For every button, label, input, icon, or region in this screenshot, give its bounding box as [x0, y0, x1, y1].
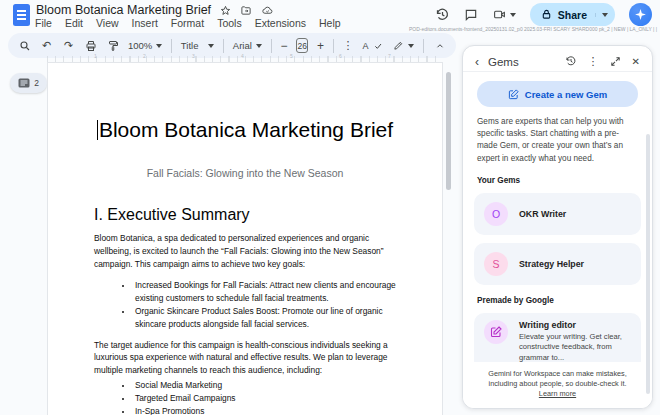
cloud-status-icon[interactable]	[261, 5, 274, 16]
close-panel-icon[interactable]: ✕	[632, 56, 640, 67]
share-dropdown[interactable]	[595, 13, 609, 17]
undo-icon[interactable]: ↶	[40, 39, 53, 52]
spellcheck-check-icon	[371, 42, 384, 50]
tab-count: 2	[34, 78, 39, 88]
font-family-select[interactable]: Arial	[233, 40, 262, 51]
list-item: In-Spa Promotions	[133, 405, 396, 415]
menu-item-edit[interactable]: Edit	[65, 17, 83, 29]
pen-icon	[393, 40, 404, 51]
decrease-font-size-button[interactable]: −	[280, 40, 287, 52]
share-button[interactable]: Share	[530, 3, 615, 26]
zoom-value: 100%	[128, 40, 152, 51]
menubar: File Edit View Insert Format Tools Exten…	[35, 17, 341, 29]
gem-name: Writing editor	[519, 320, 631, 330]
gems-more-options-icon[interactable]: ⋮	[588, 55, 599, 68]
menu-item-view[interactable]: View	[96, 17, 119, 29]
redo-icon[interactable]: ↷	[62, 39, 75, 52]
ruler-mark: 4	[241, 53, 244, 59]
increase-font-size-button[interactable]: +	[317, 40, 324, 52]
chevron-down-icon	[208, 44, 214, 48]
gems-description: Gems are experts that can help you with …	[477, 116, 638, 165]
tabs-outline-button[interactable]: 2	[10, 73, 47, 93]
google-docs-app: Bloom Botanica Marketing Brief File Edit…	[0, 0, 660, 415]
expand-panel-icon[interactable]	[610, 53, 621, 71]
gems-header: ‹ Gems ⋮ ✕	[463, 46, 652, 72]
comment-icon[interactable]	[464, 8, 478, 22]
print-icon[interactable]	[84, 40, 97, 52]
docs-logo-icon[interactable]	[13, 4, 30, 26]
star-icon[interactable]	[220, 5, 231, 16]
hide-menus-icon[interactable]	[433, 41, 446, 51]
document-title-field[interactable]: Bloom Botanica Marketing Brief	[36, 3, 211, 17]
channels-list: Social Media Marketing Targeted Email Ca…	[94, 379, 396, 415]
menu-item-tools[interactable]: Tools	[217, 17, 242, 29]
lock-icon	[541, 9, 552, 20]
video-call-dropdown-icon[interactable]	[510, 13, 516, 17]
gem-history-icon[interactable]	[565, 53, 577, 71]
gem-item-okr-writer[interactable]: O OKR Writer	[474, 193, 641, 235]
premade-by-google-label: Premade by Google	[477, 296, 638, 305]
search-icon[interactable]	[18, 40, 31, 52]
strategy-helper-avatar: S	[484, 252, 508, 276]
style-value: Title	[181, 40, 199, 51]
gem-name: OKR Writer	[519, 209, 566, 219]
ruler-mark: 1	[94, 53, 97, 59]
text-cursor	[97, 120, 98, 140]
chevron-down-icon	[408, 44, 414, 48]
list-item: Social Media Marketing	[133, 379, 396, 392]
chevron-down-icon	[256, 44, 262, 48]
gemini-button[interactable]	[629, 3, 652, 26]
video-call-icon[interactable]	[492, 8, 516, 21]
paragraph-style-select[interactable]: Title	[181, 40, 214, 51]
ruler-mark: 7	[388, 53, 391, 59]
gem-description: Elevate your writing. Get clear, constru…	[519, 332, 631, 363]
heading-executive-summary: I. Executive Summary	[94, 206, 396, 224]
back-chevron-icon[interactable]: ‹	[475, 56, 479, 68]
more-toolbar-options-icon[interactable]: ⋮	[342, 39, 353, 52]
gem-name: Strategy Helper	[519, 259, 584, 269]
create-gem-icon	[508, 89, 519, 100]
paint-format-icon[interactable]	[106, 40, 119, 52]
document-page[interactable]: Bloom Botanica Marketing Brief Fall Faci…	[47, 62, 443, 415]
menu-item-file[interactable]: File	[35, 17, 52, 29]
font-value: Arial	[233, 40, 252, 51]
writing-editor-icon	[484, 320, 508, 344]
ruler-mark: 6	[339, 53, 342, 59]
learn-more-link[interactable]: Learn more	[539, 389, 576, 398]
disclaimer-text: Gemini for Workspace can make mistakes, …	[488, 369, 627, 388]
menu-item-format[interactable]: Format	[171, 17, 204, 29]
titlebar: Bloom Botanica Marketing Brief File Edit…	[0, 0, 660, 31]
gemini-spark-icon	[634, 8, 647, 21]
editing-mode-select[interactable]	[393, 40, 414, 51]
gems-sidebar: ‹ Gems ⋮ ✕ Create a new Gem Gems are exp…	[462, 45, 653, 409]
spellcheck-icon[interactable]: A	[362, 41, 368, 51]
menu-item-insert[interactable]: Insert	[132, 17, 158, 29]
chevron-down-icon	[156, 44, 162, 48]
menu-item-extensions[interactable]: Extensions	[255, 17, 306, 29]
paragraph: Bloom Botanica, a spa dedicated to perso…	[94, 232, 396, 270]
your-gems-label: Your Gems	[477, 176, 638, 185]
version-history-icon[interactable]	[435, 7, 450, 22]
list-item: Organic Skincare Product Sales Boost: Pr…	[133, 305, 396, 331]
document-tabs-icon	[18, 78, 30, 88]
gemini-disclaimer: Gemini for Workspace can make mistakes, …	[463, 362, 652, 408]
build-debug-text: POD-editors.documents-frontend_20250131.…	[409, 26, 657, 32]
menu-item-help[interactable]: Help	[319, 17, 341, 29]
ruler-mark: 2	[143, 53, 146, 59]
gem-item-strategy-helper[interactable]: S Strategy Helper	[474, 243, 641, 285]
gems-panel-title: Gems	[488, 56, 565, 68]
move-folder-icon[interactable]	[240, 5, 252, 16]
panel-scrollbar[interactable]	[646, 134, 650, 394]
create-gem-label: Create a new Gem	[525, 89, 607, 100]
font-size-input[interactable]: 26	[296, 38, 307, 53]
doc-title: Bloom Botanica Marketing Brief	[94, 118, 396, 142]
doc-subtitle: Fall Facials: Glowing into the New Seaso…	[94, 167, 396, 179]
create-new-gem-button[interactable]: Create a new Gem	[477, 81, 638, 107]
zoom-select[interactable]: 100%	[128, 40, 162, 51]
ruler-mark: 3	[192, 53, 195, 59]
document-scrollbar[interactable]	[446, 72, 451, 190]
list-item: Targeted Email Campaigns	[133, 392, 396, 405]
goals-list: Increased Bookings for Fall Facials: Att…	[94, 279, 396, 330]
share-button-label: Share	[558, 9, 587, 21]
okr-writer-avatar: O	[484, 202, 508, 226]
